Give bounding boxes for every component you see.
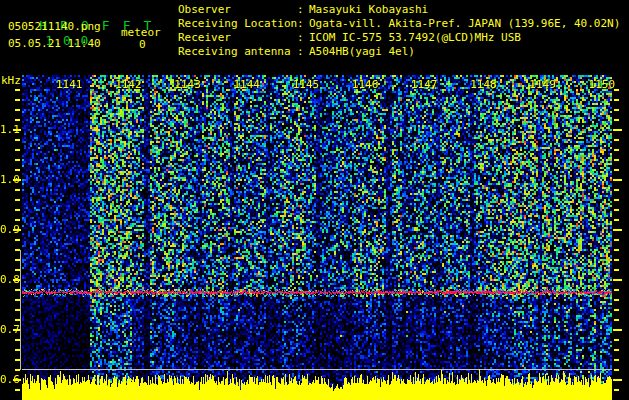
left-minor-tick [15,189,20,191]
left-minor-tick [15,139,20,141]
left-major-tick [13,229,21,231]
station-row-separator: : [297,3,309,17]
station-row-separator: : [297,45,309,59]
left-minor-tick [15,99,20,101]
left-major-tick [13,179,21,181]
station-row-label: Receiving antenna [178,45,297,59]
right-minor-tick [614,359,619,361]
meteor-count-value: 0 [139,38,146,51]
frequency-label-1.0: 1.0 [0,173,14,186]
station-row-separator: : [297,31,309,45]
right-minor-tick [614,149,619,151]
right-minor-tick [614,319,619,321]
right-minor-tick [614,169,619,171]
station-row: Receiving Location:Ogata-vill. Akita-Pre… [178,17,629,31]
station-row-separator: : [297,17,309,31]
level-scale-reference-line [20,250,21,370]
station-row-value: A504HB(yagi 4el) [309,45,415,58]
left-minor-tick [15,199,20,201]
observation-timestamp: 05.05.21 11:40 [8,37,101,50]
station-row-label: Receiving Location [178,17,297,31]
right-minor-tick [614,189,619,191]
left-minor-tick [15,109,20,111]
right-minor-tick [614,209,619,211]
station-row: Receiver:ICOM IC-575 53.7492(@LCD)MHz US… [178,31,629,45]
right-major-tick [613,229,622,231]
left-minor-tick [15,239,20,241]
right-minor-tick [614,159,619,161]
right-minor-tick [614,119,619,121]
station-row: Receiving antenna:A504HB(yagi 4el) [178,45,629,59]
right-major-tick [613,129,622,131]
station-row-value: Masayuki Kobayashi [309,3,428,16]
left-minor-tick [15,169,20,171]
hrofft-window: H R O F F T 1.0.0 0505211140.png meteor … [0,0,629,400]
right-minor-tick [614,369,619,371]
right-minor-tick [614,109,619,111]
right-minor-tick [614,269,619,271]
station-row-label: Receiver [178,31,297,45]
frequency-axis-unit-label: kHz [1,74,21,87]
right-minor-tick [614,199,619,201]
right-minor-tick [614,139,619,141]
frequency-label-0.6: 0.6 [0,373,14,386]
left-major-tick [13,379,21,381]
left-major-tick [13,129,21,131]
right-minor-tick [614,249,619,251]
station-info-block: Observer:Masayuki KobayashiReceiving Loc… [178,3,629,59]
left-minor-tick [15,89,20,91]
right-major-tick [613,329,622,331]
right-minor-tick [614,239,619,241]
frequency-label-0.9: 0.9 [0,223,14,236]
left-minor-tick [15,389,20,391]
right-major-tick [613,379,622,381]
spectrogram-canvas [22,75,612,400]
output-filename: 0505211140.png [8,20,101,33]
left-minor-tick [15,219,20,221]
right-minor-tick [614,89,619,91]
right-minor-tick [614,259,619,261]
frequency-label-0.8: 0.8 [0,273,14,286]
frequency-label-0.7: 0.7 [0,323,14,336]
left-minor-tick [15,119,20,121]
left-minor-tick [15,159,20,161]
station-row: Observer:Masayuki Kobayashi [178,3,629,17]
right-major-tick [613,279,622,281]
right-minor-tick [614,339,619,341]
right-minor-tick [614,289,619,291]
right-minor-tick [614,309,619,311]
right-minor-tick [614,389,619,391]
frequency-label-1.1: 1.1 [0,123,14,136]
station-row-label: Observer [178,3,297,17]
left-minor-tick [15,149,20,151]
right-minor-tick [614,219,619,221]
right-major-tick [613,179,622,181]
station-row-value: Ogata-vill. Akita-Pref. JAPAN (139.96E, … [309,17,620,30]
station-row-value: ICOM IC-575 53.7492(@LCD)MHz USB [309,31,521,44]
right-minor-tick [614,349,619,351]
right-minor-tick [614,299,619,301]
right-minor-tick [614,99,619,101]
left-minor-tick [15,209,20,211]
